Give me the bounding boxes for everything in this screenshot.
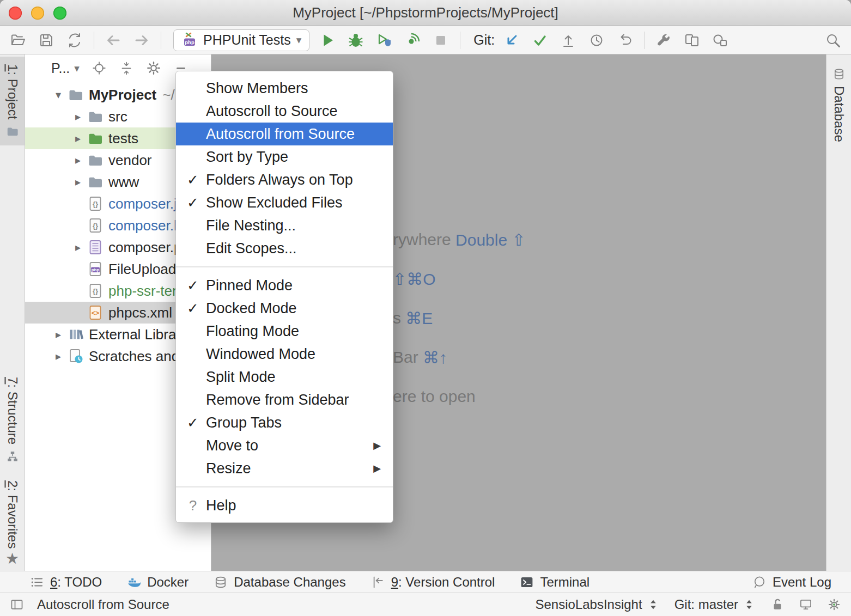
profiler-button[interactable]: [402, 30, 423, 51]
hint-shortcut: ⇧⌘O: [393, 270, 435, 289]
back-button[interactable]: [103, 30, 124, 51]
chevron-right-icon[interactable]: ▸: [49, 328, 68, 341]
favorites-star-icon: ★: [0, 550, 25, 568]
menu-item-show-excluded-files[interactable]: ✓Show Excluded Files: [176, 191, 393, 214]
search-button[interactable]: [823, 30, 843, 51]
wrench-button[interactable]: [653, 30, 674, 51]
coverage-button[interactable]: [374, 30, 394, 51]
stop-button[interactable]: [430, 30, 451, 51]
menu-item-label: Show Members: [206, 80, 308, 97]
save-button[interactable]: [36, 30, 57, 51]
toolwindow-toggle-icon[interactable]: [10, 597, 24, 612]
menu-item-folders-always-on-top[interactable]: ✓Folders Always on Top: [176, 168, 393, 191]
menu-item-label: Show Excluded Files: [206, 194, 343, 211]
monitor-icon: [799, 597, 813, 612]
folder-icon: [87, 174, 104, 190]
project-view-title[interactable]: P...: [51, 60, 70, 76]
menu-item-autoscroll-to-source[interactable]: Autoscroll to Source: [176, 100, 393, 123]
gear-button[interactable]: [145, 59, 162, 77]
chevron-right-icon[interactable]: ▸: [69, 154, 87, 167]
locate-button[interactable]: [90, 59, 108, 77]
chevron-right-icon[interactable]: ▸: [69, 132, 87, 145]
tree-item-label: vendor: [108, 152, 152, 169]
folder-green-icon: [87, 130, 104, 147]
back-icon: [105, 32, 121, 48]
menu-item-show-members[interactable]: Show Members: [176, 77, 393, 100]
zoom-button[interactable]: [53, 7, 66, 20]
menu-item-edit-scopes[interactable]: Edit Scopes...: [176, 237, 393, 260]
forward-button[interactable]: [131, 30, 152, 51]
menu-item-group-tabs[interactable]: ✓Group Tabs: [176, 411, 393, 434]
menu-item-resize[interactable]: Resize▶: [176, 457, 393, 480]
diff-icon: [684, 32, 700, 48]
menu-item-file-nesting[interactable]: File Nesting...: [176, 214, 393, 237]
forward-icon: [133, 32, 150, 48]
toolwindow-stripe-database[interactable]: Database: [826, 60, 851, 150]
tree-item-label: MyProject: [89, 87, 156, 103]
stripe-label: 2: Favorites: [5, 480, 20, 548]
menu-item-label: Split Mode: [206, 369, 276, 386]
wrench-icon: [655, 32, 672, 48]
tools-group: [653, 30, 731, 51]
toolwindow-icon: [31, 60, 47, 76]
sync-button[interactable]: [64, 30, 85, 51]
debug-button[interactable]: [345, 30, 366, 51]
menu-item-remove-from-sidebar[interactable]: Remove from Sidebar: [176, 388, 393, 411]
submenu-arrow-icon: ▶: [373, 462, 381, 474]
hint-shortcut: ⌘↑: [423, 348, 447, 367]
profiler-icon: [404, 32, 421, 48]
menu-item-windowed-mode[interactable]: Windowed Mode: [176, 343, 393, 365]
toolwindow-button-docker[interactable]: Docker: [127, 575, 189, 590]
chevron-right-icon[interactable]: ▸: [69, 241, 87, 254]
bottom-bar-right: Event Log: [752, 575, 831, 590]
git-history-button[interactable]: [586, 30, 607, 51]
close-button[interactable]: [9, 7, 22, 20]
editor-shortcut-hints: rywhere Double ⇧⇧⌘Os ⌘EBar ⌘↑ere to open: [393, 220, 526, 416]
menu-item-help[interactable]: ?Help: [176, 494, 393, 517]
menu-item-label: Move to: [206, 437, 258, 454]
editor-shortcut-hint: rywhere Double ⇧: [393, 220, 526, 259]
menu-item-floating-mode[interactable]: Floating Mode: [176, 320, 393, 343]
open-folder-button[interactable]: [8, 30, 28, 51]
menu-item-sort-by-type[interactable]: Sort by Type: [176, 145, 393, 168]
toolwindow-stripe-favorites[interactable]: 2: Favorites: [0, 473, 25, 556]
unlock-status-button[interactable]: [770, 597, 785, 612]
chevron-down-icon[interactable]: ▾: [49, 88, 68, 101]
unlock-icon: [770, 597, 785, 612]
minimize-button[interactable]: [31, 7, 44, 20]
toolwindow-button-event-log[interactable]: Event Log: [752, 575, 831, 590]
toolwindow-stripe-project[interactable]: 1: Project: [0, 57, 25, 145]
diff-button[interactable]: [682, 30, 702, 51]
git-rollback-button[interactable]: [615, 30, 635, 51]
collapse-all-button[interactable]: [118, 59, 135, 77]
project-view-dropdown-icon[interactable]: ▾: [74, 62, 80, 75]
chevron-right-icon[interactable]: ▸: [69, 110, 87, 123]
chevron-right-icon[interactable]: ▸: [49, 350, 68, 363]
menu-item-pinned-mode[interactable]: ✓Pinned Mode: [176, 274, 393, 297]
menu-item-autoscroll-from-source[interactable]: Autoscroll from Source: [176, 123, 393, 145]
toolwindow-button-6-todo[interactable]: 6: TODO: [30, 575, 102, 590]
debug-icon: [348, 32, 364, 48]
toolwindow-stripe-structure[interactable]: 7: Structure: [0, 369, 25, 471]
chevron-right-icon[interactable]: ▸: [69, 175, 87, 188]
status-widget-git-master[interactable]: Git: master: [674, 597, 756, 612]
menu-item-label: Group Tabs: [206, 414, 282, 431]
menu-item-move-to[interactable]: Move to▶: [176, 434, 393, 457]
git-update-button[interactable]: [501, 30, 522, 51]
hector-status-button[interactable]: [827, 597, 841, 612]
stripe-label: 1: Project: [5, 64, 20, 119]
monitor-status-button[interactable]: [799, 597, 813, 612]
toolwindow-button-terminal[interactable]: Terminal: [520, 575, 589, 590]
remote-button[interactable]: [710, 30, 731, 51]
status-widget-sensiolabsinsight[interactable]: SensioLabsInsight: [536, 597, 660, 612]
run-configuration-select[interactable]: php PHPUnit Tests ▾: [173, 29, 309, 51]
toolwindow-button-database-changes[interactable]: Database Changes: [214, 575, 345, 590]
toolwindow-button-9-version-control[interactable]: 9: Version Control: [371, 575, 495, 590]
git-push-button[interactable]: [558, 30, 579, 51]
menu-item-split-mode[interactable]: Split Mode: [176, 365, 393, 388]
git-commit-button[interactable]: [530, 30, 550, 51]
menu-item-label: Resize: [206, 460, 251, 477]
menu-item-docked-mode[interactable]: ✓Docked Mode: [176, 297, 393, 320]
svg-text:<>: <>: [92, 309, 99, 317]
run-button[interactable]: [317, 30, 338, 51]
